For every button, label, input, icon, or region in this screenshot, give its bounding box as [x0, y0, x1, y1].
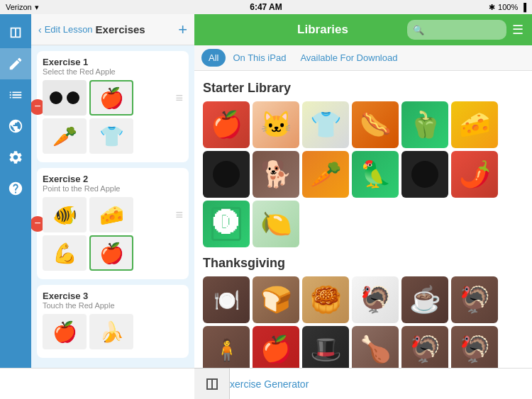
list-item[interactable]: 🦜	[352, 151, 399, 198]
starter-library-title: Starter Library	[203, 81, 523, 96]
search-bar[interactable]: 🔍	[407, 20, 506, 40]
exercise-1-cell-apple[interactable]: 🍎	[89, 80, 133, 116]
list-item[interactable]: 🦃	[451, 276, 498, 323]
exercise-1-cell-carrot[interactable]: 🥕	[43, 118, 87, 154]
list-item[interactable]	[203, 151, 250, 198]
back-chevron-icon[interactable]: ‹	[38, 24, 42, 35]
exercise-item: Exercise 3 Touch the Red Apple 🍎 🍌	[37, 285, 189, 358]
sidebar-book-icon[interactable]	[0, 17, 31, 48]
exercise-3-row-1: 🍎 🍌	[43, 314, 183, 349]
edit-lesson-label[interactable]: Edit Lesson	[45, 24, 93, 35]
list-item[interactable]: 🧀	[451, 101, 498, 148]
list-item[interactable]: 🐕	[253, 151, 299, 198]
apple-image: 🍎	[91, 82, 132, 114]
exercise-1-row-1: 🍎 ≡	[43, 80, 183, 116]
status-right: ✱ 100% ▐	[489, 3, 526, 12]
list-item[interactable]: 🦃	[451, 326, 498, 373]
library-switcher-button[interactable]	[194, 368, 230, 399]
list-item[interactable]: 🌶️	[451, 151, 498, 198]
filter-ipad-tab[interactable]: On This iPad	[226, 49, 293, 67]
battery-label: 100%	[498, 3, 518, 11]
apple-image-3: 🍎	[43, 314, 87, 349]
libraries-title: Libraries	[238, 23, 407, 37]
list-item[interactable]: 🎩	[302, 326, 349, 373]
exercise-1-label: Exercise 1	[43, 57, 183, 67]
library-content: Starter Library 🍎 🐱 👕 🌭 🫑 🧀 🐕 🥕 🦜 🌶️ 🅓 🍋…	[194, 71, 532, 399]
libraries-header: Libraries 🔍 ☰	[194, 14, 532, 45]
exercise-1-cell-dots[interactable]	[43, 80, 87, 116]
exercise-list: − Exercise 1 Select the Red Apple 🍎 ≡ 🥕	[31, 45, 194, 399]
list-view-icon[interactable]: ☰	[512, 22, 523, 38]
exercise-2-cell-apple[interactable]: 🍎	[89, 235, 133, 271]
battery-icon: ▐	[521, 3, 526, 11]
exercise-3-cell-apple[interactable]: 🍎	[43, 314, 87, 349]
filter-download-tab[interactable]: Available For Download	[293, 49, 404, 67]
list-item[interactable]: 🍎	[253, 326, 299, 373]
status-left: Verizon ▾	[6, 3, 39, 12]
left-header: ‹ Edit Lesson Exercises +	[31, 14, 194, 45]
fish-image: 🐠	[43, 197, 87, 232]
list-item[interactable]: 🌭	[352, 101, 399, 148]
starter-library-grid: 🍎 🐱 👕 🌭 🫑 🧀 🐕 🥕 🦜 🌶️ 🅓 🍋	[203, 101, 523, 247]
list-item[interactable]: 🥕	[302, 151, 349, 198]
list-item[interactable]: 🅓	[203, 201, 250, 247]
list-item[interactable]: 🦃	[352, 276, 399, 323]
list-item[interactable]: 🐱	[253, 101, 299, 148]
list-item[interactable]: 🍋	[253, 201, 299, 247]
list-item[interactable]: 🧍	[203, 326, 250, 373]
header-left: ‹ Edit Lesson Exercises	[38, 23, 145, 35]
list-item[interactable]: 👕	[302, 101, 349, 148]
list-item[interactable]	[401, 151, 448, 198]
left-panel: ‹ Edit Lesson Exercises + − Exercise 1 S…	[31, 14, 194, 399]
exercise-footer: Exercise Generator	[0, 368, 532, 399]
exercise-3-cell-banana[interactable]: 🍌	[89, 314, 133, 349]
thanksgiving-grid: 🍽️ 🍞 🥮 🦃 ☕ 🦃 🧍 🍎 🎩 🍗 🦃 🦃	[203, 276, 523, 373]
sidebar-gear-icon[interactable]	[0, 142, 31, 173]
list-item[interactable]: 🫑	[401, 101, 448, 148]
exercise-2-row-1: 🐠 🧀 ≡	[43, 197, 183, 232]
exercise-1-cell-shirt[interactable]: 👕	[89, 118, 133, 154]
search-icon: 🔍	[413, 25, 424, 35]
list-item[interactable]: 🍽️	[203, 276, 250, 323]
add-exercise-button[interactable]: +	[178, 21, 187, 39]
status-bar: Verizon ▾ 6:47 AM ✱ 100% ▐	[0, 0, 532, 14]
exercise-2-label: Exercise 2	[43, 174, 183, 184]
drag-handle-2: ≡	[175, 197, 183, 232]
exercise-generator-button[interactable]: Exercise Generator	[223, 378, 309, 390]
filter-all-tab[interactable]: All	[201, 49, 226, 67]
sidebar-list-icon[interactable]	[0, 79, 31, 111]
list-item[interactable]: 🦃	[401, 326, 448, 373]
right-panel: Libraries 🔍 ☰ All On This iPad Available…	[194, 14, 532, 399]
thanksgiving-title: Thanksgiving	[203, 256, 523, 271]
exercise-1-row-2: 🥕 👕	[43, 118, 183, 154]
exercise-2-cell-fish[interactable]: 🐠	[43, 197, 87, 232]
exercise-2-cell-cheese[interactable]: 🧀	[89, 197, 133, 232]
exercise-1-sub: Select the Red Apple	[43, 67, 183, 76]
exercise-2-sub: Point to the Red Apple	[43, 184, 183, 193]
carrier-label: Verizon	[6, 3, 32, 11]
exercise-item: − Exercise 2 Point to the Red Apple 🐠 🧀 …	[37, 168, 189, 279]
header-actions: 🔍 ☰	[407, 20, 523, 40]
exercise-2-cell-arm[interactable]: 💪	[43, 235, 87, 271]
list-item[interactable]: ☕	[401, 276, 448, 323]
cheese-image: 🧀	[89, 197, 133, 232]
lesson-title: Exercises	[96, 23, 145, 35]
drag-handle-1: ≡	[175, 80, 183, 116]
shirt-image: 👕	[89, 118, 133, 154]
exercise-3-sub: Touch the Red Apple	[43, 301, 183, 310]
apple-image-2: 🍎	[91, 237, 132, 269]
sidebar-pencil-icon[interactable]	[0, 48, 31, 79]
list-item[interactable]: 🥮	[302, 276, 349, 323]
list-item[interactable]: 🍗	[352, 326, 399, 373]
carrot-image: 🥕	[43, 118, 87, 154]
banana-image: 🍌	[89, 314, 133, 349]
bluetooth-icon: ✱	[489, 3, 495, 12]
filter-tabs: All On This iPad Available For Download	[194, 45, 532, 71]
list-item[interactable]: 🍎	[203, 101, 250, 148]
sidebar-question-icon[interactable]	[0, 173, 31, 204]
exercise-item: − Exercise 1 Select the Red Apple 🍎 ≡ 🥕	[37, 51, 189, 162]
list-item[interactable]: 🍞	[253, 276, 299, 323]
exercise-2-row-2: 💪 🍎	[43, 235, 183, 271]
arm-image: 💪	[43, 235, 87, 271]
sidebar-globe-icon[interactable]	[0, 111, 31, 142]
